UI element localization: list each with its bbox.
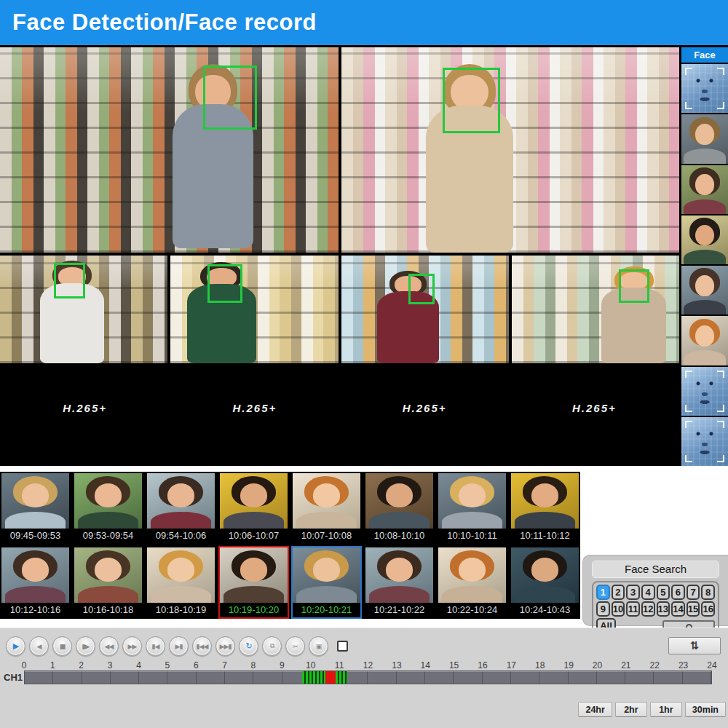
result-time-range: 10:24-10:43 <box>511 603 579 617</box>
channel-button[interactable]: 8 <box>701 585 715 600</box>
camera-view[interactable] <box>512 256 679 363</box>
result-cell[interactable]: 10:20-10:21 <box>291 546 362 619</box>
channel-button[interactable]: 12 <box>641 601 655 617</box>
result-cell[interactable]: 09:53-09:54 <box>73 472 143 545</box>
result-thumbnail[interactable] <box>438 473 506 529</box>
channel-button[interactable]: 7 <box>687 585 700 600</box>
channel-button[interactable]: 11 <box>626 601 640 617</box>
face-snapshot[interactable] <box>681 165 728 214</box>
camera-view[interactable] <box>170 256 338 363</box>
result-cell[interactable]: 10:06-10:07 <box>218 472 289 545</box>
time-scale-button[interactable]: 2hr <box>615 702 647 717</box>
result-cell[interactable]: 10:11-10:12 <box>510 472 580 545</box>
hour-tick-label: 0 <box>22 660 27 670</box>
codec-row: H.265+H.265+H.265+H.265+ <box>0 402 679 414</box>
hour-tick-label: 9 <box>280 660 285 670</box>
playback-button[interactable]: ✂ <box>285 636 305 656</box>
time-scale-button[interactable]: 30min <box>685 702 726 717</box>
camera-view[interactable] <box>0 47 339 253</box>
camera-view[interactable] <box>341 256 509 363</box>
mark-checkbox[interactable] <box>337 641 348 652</box>
timeline-hour-labels: 0123456789101112131415161718192021222324 <box>24 660 712 670</box>
playback-button[interactable]: ⧉ <box>262 636 282 656</box>
result-thumbnail[interactable] <box>147 547 215 603</box>
channel-button[interactable]: 1 <box>596 585 610 600</box>
channel-button[interactable]: 3 <box>626 585 640 600</box>
channel-button[interactable]: 5 <box>657 585 670 600</box>
face-snapshot[interactable] <box>681 417 728 466</box>
result-thumbnail[interactable] <box>293 473 360 529</box>
hour-tick-label: 16 <box>478 660 487 670</box>
face-photo <box>681 316 728 365</box>
channel-button[interactable]: 10 <box>612 601 625 617</box>
result-thumbnail[interactable] <box>1 473 69 529</box>
result-thumbnail[interactable] <box>74 547 142 603</box>
channel-button[interactable]: 15 <box>687 601 700 617</box>
result-thumbnail[interactable] <box>511 473 579 529</box>
result-cell[interactable]: 10:10-10:11 <box>437 472 507 545</box>
channel-button[interactable]: 13 <box>657 601 670 617</box>
timeline-bar[interactable] <box>24 670 712 684</box>
hour-tick-label: 12 <box>363 660 373 670</box>
result-cell[interactable]: 10:21-10:22 <box>364 546 435 619</box>
channel-button[interactable]: 4 <box>641 585 655 600</box>
channel-button[interactable]: 9 <box>596 601 610 617</box>
result-cell[interactable]: 10:12-10:16 <box>0 546 71 619</box>
playback-button[interactable]: ▮◀ <box>146 636 165 656</box>
playback-button[interactable]: ◀ <box>29 636 49 656</box>
result-cell[interactable]: 10:24-10:43 <box>510 546 580 619</box>
result-cell[interactable]: 09:45-09:53 <box>0 472 71 545</box>
channel-button[interactable]: 2 <box>612 585 625 600</box>
result-cell[interactable]: 10:22-10:24 <box>437 546 507 619</box>
face-snapshot[interactable] <box>681 215 728 264</box>
result-thumbnail[interactable] <box>220 547 288 603</box>
face-photo <box>681 266 728 314</box>
playback-button[interactable]: ■ <box>52 636 72 656</box>
result-thumbnail[interactable] <box>1 547 69 603</box>
result-thumbnail[interactable] <box>74 473 142 529</box>
camera-view[interactable] <box>0 256 167 363</box>
result-cell[interactable]: 10:16-10:18 <box>73 546 143 619</box>
result-thumbnail[interactable] <box>511 547 579 603</box>
result-thumbnail[interactable] <box>365 473 433 529</box>
hour-tick-label: 18 <box>535 660 545 670</box>
playback-button[interactable]: ▶▶ <box>122 636 142 656</box>
result-thumbnail[interactable] <box>365 547 433 603</box>
result-thumbnail[interactable] <box>147 473 215 529</box>
camera-view[interactable] <box>341 47 680 253</box>
time-scale-button[interactable]: 1hr <box>650 702 682 717</box>
face-photo <box>681 114 728 163</box>
result-cell[interactable]: 10:07-10:08 <box>291 472 362 545</box>
playback-button[interactable]: ▮◀◀ <box>192 636 212 656</box>
playback-button[interactable]: ▮▶ <box>76 636 95 656</box>
channel-button[interactable]: 14 <box>671 601 685 617</box>
face-snapshot[interactable] <box>681 266 728 314</box>
face-snapshot[interactable] <box>681 64 728 113</box>
face-snapshot[interactable] <box>681 114 728 163</box>
result-thumbnail[interactable] <box>438 547 506 603</box>
channel-button[interactable]: 6 <box>671 585 685 600</box>
playback-button[interactable]: ↻ <box>239 636 258 656</box>
result-thumbnail[interactable] <box>220 473 288 529</box>
result-thumbnail[interactable] <box>293 547 360 603</box>
face-detection-box <box>54 263 86 298</box>
hour-tick-label: 5 <box>165 660 170 670</box>
playback-button[interactable]: ▶ <box>6 636 25 656</box>
face-snapshot[interactable] <box>681 316 728 365</box>
result-cell[interactable]: 09:54-10:06 <box>146 472 216 545</box>
result-cell[interactable]: 10:19-10:20 <box>218 546 289 619</box>
playback-button[interactable]: ▣ <box>309 636 328 656</box>
camera-grid <box>0 47 679 363</box>
channel-button[interactable]: 16 <box>701 601 715 617</box>
playback-button[interactable]: ◀◀ <box>99 636 119 656</box>
hour-tick-label: 17 <box>507 660 516 670</box>
face-sidebar-header: Face <box>681 47 728 63</box>
sync-button[interactable]: ⇅ <box>668 637 721 654</box>
result-cell[interactable]: 10:18-10:19 <box>146 546 216 619</box>
result-cell[interactable]: 10:08-10:10 <box>364 472 435 545</box>
time-scale-button[interactable]: 24hr <box>578 702 612 717</box>
playback-button[interactable]: ▶▮ <box>169 636 189 656</box>
playback-button[interactable]: ▶▶▮ <box>215 636 235 656</box>
face-snapshot[interactable] <box>681 367 728 416</box>
face-photo <box>681 215 728 264</box>
